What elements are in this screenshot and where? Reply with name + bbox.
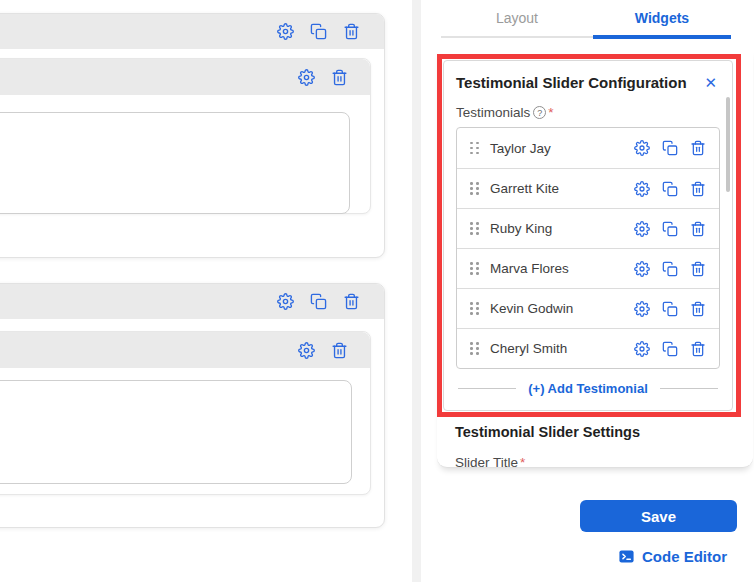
code-editor-icon <box>618 548 635 565</box>
copy-icon[interactable] <box>662 140 678 156</box>
help-icon[interactable]: ? <box>533 106 546 119</box>
copy-icon[interactable] <box>662 341 678 357</box>
drag-handle-icon[interactable] <box>470 342 479 355</box>
testimonial-name: Kevin Godwin <box>490 301 634 316</box>
code-editor-label: Code Editor <box>642 548 727 565</box>
widget-card-2-header <box>0 284 384 319</box>
tab-underline-track <box>441 36 593 38</box>
testimonial-row: Garrett Kite <box>457 168 719 208</box>
code-editor-link[interactable]: Code Editor <box>618 548 727 565</box>
trash-icon[interactable] <box>690 221 706 237</box>
testimonial-row: Marva Flores <box>457 248 719 288</box>
canvas-widget-card-2 <box>0 283 385 528</box>
widget-card-1-header <box>0 14 384 49</box>
inner-widget-1-header <box>0 59 370 95</box>
scrollbar-thumb[interactable] <box>726 97 730 192</box>
testimonial-row: Ruby King <box>457 208 719 248</box>
drag-handle-icon[interactable] <box>470 222 479 235</box>
copy-icon[interactable] <box>662 301 678 317</box>
testimonial-name: Ruby King <box>490 221 634 236</box>
inner-widget-2-header <box>0 332 370 368</box>
widget-text-area[interactable] <box>0 112 350 214</box>
gear-icon[interactable] <box>634 261 650 277</box>
testimonial-name: Taylor Jay <box>490 141 634 156</box>
copy-icon[interactable] <box>662 181 678 197</box>
gear-icon[interactable] <box>298 342 315 359</box>
trash-icon[interactable] <box>690 261 706 277</box>
gear-icon[interactable] <box>298 69 315 86</box>
drag-handle-icon[interactable] <box>470 182 479 195</box>
close-icon[interactable]: ✕ <box>701 74 720 91</box>
panel-divider <box>412 0 421 582</box>
tab-layout[interactable]: Layout <box>441 0 593 36</box>
copy-icon[interactable] <box>310 293 327 310</box>
config-card-title: Testimonial Slider Configuration <box>456 74 687 91</box>
trash-icon[interactable] <box>343 23 360 40</box>
testimonial-row: Cheryl Smith <box>457 328 719 368</box>
tab-widgets[interactable]: Widgets <box>593 0 731 36</box>
testimonial-row: Kevin Godwin <box>457 288 719 328</box>
tab-active-indicator <box>593 35 731 39</box>
add-divider-line <box>660 388 718 389</box>
gear-icon[interactable] <box>634 341 650 357</box>
testimonial-name: Garrett Kite <box>490 181 634 196</box>
canvas-inner-widget-1 <box>0 58 371 214</box>
gear-icon[interactable] <box>277 23 294 40</box>
testimonial-slider-config-card: Testimonial Slider Configuration ✕ Testi… <box>443 60 733 411</box>
add-testimonial-row: (+) Add Testimonial <box>456 381 720 396</box>
canvas-widget-card-1 <box>0 13 385 258</box>
testimonial-name: Marva Flores <box>490 261 634 276</box>
trash-icon[interactable] <box>331 342 348 359</box>
slider-title-field-label: Slider Title* <box>455 455 525 468</box>
trash-icon[interactable] <box>343 293 360 310</box>
required-marker: * <box>520 455 525 468</box>
copy-icon[interactable] <box>662 221 678 237</box>
trash-icon[interactable] <box>690 301 706 317</box>
copy-icon[interactable] <box>662 261 678 277</box>
testimonial-row: Taylor Jay <box>457 128 719 168</box>
gear-icon[interactable] <box>634 140 650 156</box>
widget-settings-scroll-area: Testimonial Slider Configuration ✕ Testi… <box>437 48 753 468</box>
slider-title-label-text: Slider Title <box>455 455 518 468</box>
widget-text-area[interactable] <box>0 380 352 484</box>
copy-icon[interactable] <box>310 23 327 40</box>
gear-icon[interactable] <box>634 301 650 317</box>
add-testimonial-button[interactable]: (+) Add Testimonial <box>528 381 648 396</box>
drag-handle-icon[interactable] <box>470 262 479 275</box>
testimonial-slider-settings-heading: Testimonial Slider Settings <box>455 424 640 440</box>
required-marker: * <box>548 105 553 120</box>
testimonials-field-label: Testimonials <box>456 105 530 120</box>
canvas-inner-widget-2 <box>0 331 371 495</box>
drag-handle-icon[interactable] <box>470 302 479 315</box>
drag-handle-icon[interactable] <box>470 142 479 155</box>
trash-icon[interactable] <box>690 341 706 357</box>
trash-icon[interactable] <box>331 69 348 86</box>
trash-icon[interactable] <box>690 181 706 197</box>
testimonial-name: Cheryl Smith <box>490 341 634 356</box>
save-button[interactable]: Save <box>580 500 737 532</box>
gear-icon[interactable] <box>634 221 650 237</box>
gear-icon[interactable] <box>277 293 294 310</box>
add-divider-line <box>458 388 516 389</box>
trash-icon[interactable] <box>690 140 706 156</box>
testimonial-list: Taylor Jay Garrett Kite Ruby King M <box>456 127 720 369</box>
page-builder-screen: Layout Widgets Testimonial Slider Config… <box>0 0 754 582</box>
testimonials-field-label-row: Testimonials ? * <box>456 105 720 120</box>
gear-icon[interactable] <box>634 181 650 197</box>
